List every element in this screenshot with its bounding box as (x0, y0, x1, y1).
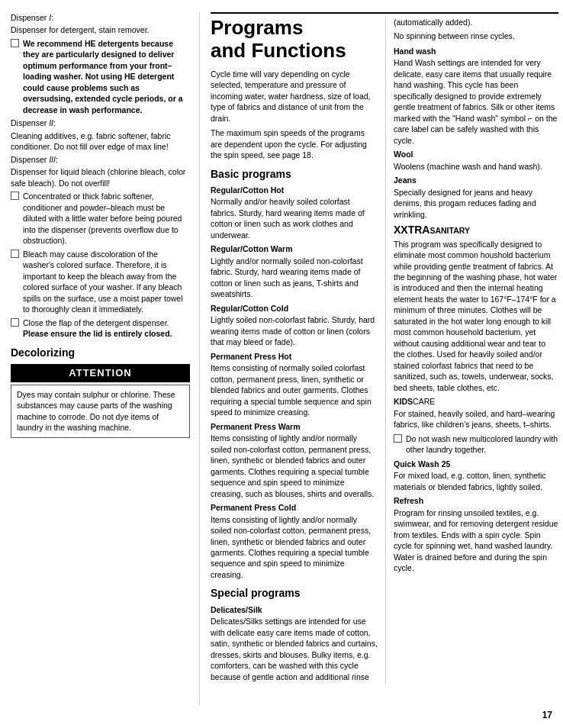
delicates-desc: Delicates/Silks settings are intended fo… (211, 616, 378, 682)
dispenser2-desc: Cleaning additives, e.g. fabric softener… (11, 130, 190, 153)
refresh-desc: Program for rinsing unsoiled textiles, e… (394, 507, 558, 574)
kids-checkbox-item: Do not wash new multicolored laundry wit… (394, 433, 558, 456)
right-column: Programs and Functions Cycle time will v… (200, 12, 558, 705)
kids-checkbox (394, 434, 402, 443)
page-number: 17 (542, 710, 552, 720)
close-checkbox (11, 318, 19, 327)
concentrated-text: Concentrated or thick fabric softener, c… (23, 191, 190, 246)
middle-col: Programs and Functions Cycle time will v… (211, 17, 386, 684)
program-regular-warm-desc: Lightly and/or normally soiled non-color… (211, 256, 378, 300)
quick-wash-title: Quick Wash 25 (394, 459, 558, 469)
concentrated-box: Concentrated or thick fabric softener, c… (11, 191, 190, 246)
decolorizing-title: Decolorizing (11, 346, 190, 360)
intro1: Cycle time will vary depending on cycle … (211, 69, 378, 124)
he-checkbox (11, 39, 19, 47)
intro2: The maximum spin speeds of the programs … (211, 127, 378, 160)
refresh-title: Refresh (394, 495, 558, 506)
program-regular-hot-name: Regular/Cotton Hot (211, 185, 378, 195)
concentrated-checkbox (11, 192, 19, 200)
delicates-name: Delicates/Silk (211, 604, 378, 615)
far-right-col: (automatically added). No spinning betwe… (386, 17, 558, 684)
program-pp-cold-desc: Items consisting of lightly and/or norma… (211, 514, 378, 581)
special-programs-title: Special programs (211, 586, 378, 601)
program-pp-hot-desc: Items consisting of normally soiled colo… (211, 362, 378, 417)
no-spin: No spinning between rinse cycles. (394, 31, 558, 41)
dispenser3-desc: Dispenser for liquid bleach (chlorine bl… (11, 166, 190, 188)
top-divider (211, 12, 558, 14)
program-pp-cold-name: Permanent Press Cold (211, 502, 378, 513)
dispenser1-desc: Dispenser for detergent, stain remover. (11, 24, 190, 35)
attention-content: Dyes may contain sulphur or chlorine. Th… (11, 385, 190, 438)
he-text: We recommend HE detergents because they … (23, 38, 190, 115)
dispenser1-label: Dispenser I: (11, 12, 190, 23)
kids-care-title: KIDSCARE (394, 396, 558, 407)
attention-label: ATTENTION (11, 364, 190, 382)
kids-checkbox-text: Do not wash new multicolored laundry wit… (406, 433, 558, 456)
left-column: Dispenser I: Dispenser for detergent, st… (11, 12, 200, 705)
he-box: We recommend HE detergents because they … (11, 38, 190, 115)
program-regular-hot-desc: Normally and/or heavily soiled colorfast… (211, 196, 378, 240)
bleach-box: Bleach may cause discoloration of the wa… (11, 249, 190, 315)
program-pp-warm-name: Permanent Press Warm (211, 421, 378, 432)
close-bold: Please ensure the lid is entirely closed… (23, 329, 172, 338)
close-box: Close the flap of the detergent dispense… (11, 317, 190, 340)
close-text: Close the flap of the detergent dispense… (23, 317, 190, 340)
main-title: Programs and Functions (211, 17, 378, 63)
hand-wash-desc: Hand Wash settings are intended for very… (394, 57, 558, 146)
xxtra-desc: This program was specifically designed t… (394, 239, 558, 394)
wool-title: Wool (394, 149, 558, 159)
dispenser2-label: Dispenser II: (11, 118, 190, 128)
quick-desc: For mixed load, e.g. cotton, linen, synt… (394, 470, 558, 492)
program-regular-cold-name: Regular/Cotton Cold (211, 303, 378, 314)
basic-programs-title: Basic programs (211, 167, 378, 182)
jeans-title: Jeans (394, 175, 558, 185)
program-regular-warm-name: Regular/Cotton Warm (211, 243, 378, 254)
auto-added: (automatically added). (394, 17, 558, 27)
wool-desc: Woolens (machine wash and hand wash). (394, 161, 558, 172)
dispenser3-label: Dispenser III: (11, 154, 190, 165)
xxtra-san-title: XXTRASANITARY (394, 223, 558, 237)
program-regular-cold-desc: Lightly soiled non-colorfast fabric. Stu… (211, 314, 378, 347)
kids-desc: For stained, heavily soiled, and hard–we… (394, 408, 558, 430)
hand-wash-title: Hand wash (394, 46, 558, 56)
bleach-text: Bleach may cause discoloration of the wa… (23, 249, 190, 315)
program-pp-hot-name: Permanent Press Hot (211, 351, 378, 362)
jeans-desc: Specially designed for jeans and heavy d… (394, 187, 558, 220)
bleach-checkbox (11, 250, 19, 258)
program-pp-warm-desc: Items consisting of lightly and/or norma… (211, 433, 378, 499)
